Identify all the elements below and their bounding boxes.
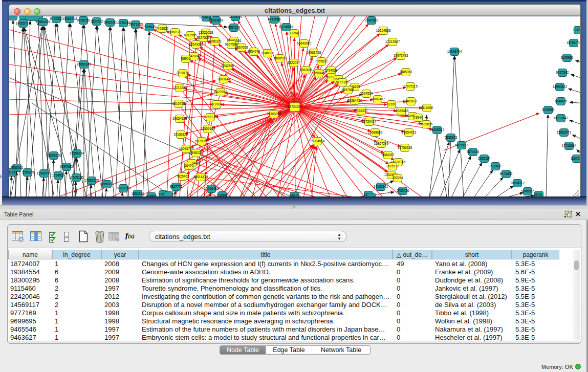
svg-text:8912956: 8912956	[184, 33, 197, 37]
svg-text:6794028: 6794028	[325, 69, 338, 72]
svg-text:20691406: 20691406	[36, 20, 51, 24]
svg-text:5938923: 5938923	[445, 136, 458, 139]
svg-text:252254: 252254	[392, 176, 403, 180]
svg-text:10961758: 10961758	[307, 51, 321, 54]
svg-text:1588520: 1588520	[274, 56, 287, 60]
svg-text:16543382: 16543382	[189, 42, 204, 46]
svg-text:19218506: 19218506	[279, 25, 294, 29]
svg-text:8960123: 8960123	[169, 30, 182, 34]
svg-text:7357224: 7357224	[228, 26, 241, 29]
svg-text:16640910: 16640910	[297, 41, 312, 45]
svg-text:17016504: 17016504	[562, 144, 577, 147]
svg-text:1244419: 1244419	[555, 99, 568, 103]
svg-text:9777169: 9777169	[336, 80, 349, 84]
svg-text:12093822: 12093822	[553, 85, 568, 89]
svg-text:10973493: 10973493	[394, 54, 408, 57]
svg-text:18724007: 18724007	[288, 105, 302, 108]
svg-text:2718170: 2718170	[177, 71, 189, 75]
svg-text:109542: 109542	[216, 193, 228, 196]
svg-text:16154838: 16154838	[376, 29, 391, 32]
svg-text:9699695: 9699695	[420, 122, 433, 126]
svg-text:10025458: 10025458	[394, 109, 409, 113]
svg-text:1156829: 1156829	[21, 170, 34, 174]
svg-text:98901: 98901	[181, 57, 190, 60]
svg-text:16210643: 16210643	[554, 116, 569, 120]
svg-text:6466160: 6466160	[104, 20, 117, 24]
svg-text:9327503: 9327503	[197, 36, 210, 39]
svg-text:7625402: 7625402	[177, 174, 189, 178]
svg-text:8427552: 8427552	[214, 90, 227, 94]
svg-text:12942757: 12942757	[37, 171, 52, 175]
svg-text:14055721: 14055721	[16, 21, 31, 25]
svg-text:9129965: 9129965	[561, 56, 574, 59]
svg-text:2935114: 2935114	[478, 157, 491, 160]
svg-text:121213: 121213	[573, 28, 580, 32]
svg-text:19756928: 19756928	[398, 146, 412, 149]
svg-text:9084067: 9084067	[382, 153, 395, 157]
svg-text:62160: 62160	[387, 102, 396, 106]
svg-text:6879197: 6879197	[455, 143, 468, 147]
svg-text:19166829: 19166829	[173, 133, 188, 136]
svg-text:73944: 73944	[413, 116, 423, 119]
svg-text:8471676: 8471676	[500, 172, 513, 176]
svg-text:16405317: 16405317	[430, 128, 445, 132]
svg-text:13226058: 13226058	[199, 31, 213, 34]
svg-text:7632621: 7632621	[489, 164, 502, 168]
svg-text:9498222: 9498222	[190, 151, 203, 155]
svg-text:8454749: 8454749	[248, 50, 260, 53]
svg-text:16648764: 16648764	[447, 50, 462, 53]
svg-text:3624554: 3624554	[360, 92, 373, 95]
svg-text:9474444: 9474444	[467, 150, 480, 154]
svg-text:10958107: 10958107	[100, 182, 115, 186]
svg-text:12213389: 12213389	[172, 86, 187, 90]
svg-text:9227342: 9227342	[556, 71, 569, 74]
svg-text:10654112: 10654112	[510, 181, 525, 185]
svg-text:9463627: 9463627	[405, 99, 418, 103]
svg-text:11555104: 11555104	[201, 127, 215, 130]
svg-text:9857771: 9857771	[170, 185, 183, 188]
svg-text:20364436: 20364436	[347, 99, 362, 102]
svg-text:9245652: 9245652	[521, 189, 534, 193]
svg-text:2803144: 2803144	[217, 77, 230, 81]
svg-text:7955812: 7955812	[315, 59, 328, 63]
svg-text:19654923: 19654923	[402, 130, 417, 134]
svg-text:10688609: 10688609	[368, 130, 383, 134]
svg-text:2087682: 2087682	[365, 18, 378, 22]
svg-text:1306414: 1306414	[229, 16, 242, 18]
svg-text:16046766: 16046766	[179, 147, 194, 150]
svg-text:25300295: 25300295	[267, 112, 281, 116]
svg-text:16782759: 16782759	[116, 186, 131, 190]
svg-text:1733426: 1733426	[397, 189, 409, 192]
svg-text:16807249: 16807249	[374, 142, 389, 145]
svg-text:817004: 817004	[211, 102, 222, 106]
svg-text:19105: 19105	[290, 194, 299, 196]
svg-text:9397585: 9397585	[60, 165, 73, 168]
svg-text:8267130: 8267130	[204, 115, 217, 119]
svg-text:8878352: 8878352	[195, 139, 208, 143]
svg-text:10565214: 10565214	[62, 17, 77, 20]
svg-text:6497568: 6497568	[342, 88, 355, 92]
svg-text:1810755: 1810755	[172, 102, 185, 105]
svg-text:1527602: 1527602	[91, 19, 103, 23]
svg-text:1292344: 1292344	[132, 192, 144, 195]
svg-text:9115460: 9115460	[421, 106, 433, 110]
svg-text:19654925: 19654925	[172, 117, 187, 120]
svg-text:924502: 924502	[146, 194, 157, 196]
svg-text:7386372: 7386372	[355, 109, 368, 113]
svg-text:16033809: 16033809	[209, 18, 224, 22]
svg-text:8186323: 8186323	[209, 39, 222, 43]
svg-text:8322037: 8322037	[288, 61, 300, 64]
svg-text:8813054: 8813054	[268, 17, 281, 21]
svg-text:16470: 16470	[184, 164, 193, 167]
svg-text:1615132: 1615132	[386, 164, 399, 168]
svg-text:16671355: 16671355	[128, 23, 143, 26]
svg-text:2867608: 2867608	[235, 46, 248, 49]
svg-text:14136141: 14136141	[374, 185, 388, 188]
svg-text:15720407: 15720407	[362, 120, 377, 123]
svg-text:12213987: 12213987	[385, 40, 400, 43]
svg-text:15692971: 15692971	[557, 130, 572, 134]
svg-text:1362615: 1362615	[300, 68, 313, 72]
svg-text:20206526: 20206526	[47, 154, 61, 157]
svg-text:3215955: 3215955	[542, 108, 555, 112]
svg-text:9242856: 9242856	[222, 64, 234, 68]
